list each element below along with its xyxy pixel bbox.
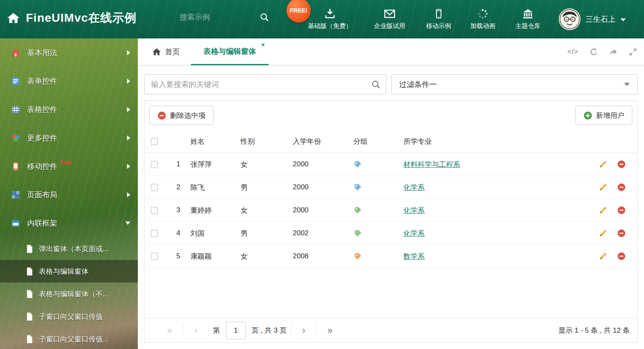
delete-icon[interactable] (617, 229, 626, 237)
row-index: 3 (166, 206, 190, 214)
search-icon[interactable] (260, 13, 269, 22)
tag-icon (353, 229, 403, 238)
edit-icon[interactable] (599, 206, 607, 214)
nav-basic-free[interactable]: 基础版（免费） (305, 0, 355, 38)
mobile-controls-icon (11, 162, 20, 171)
row-checkbox[interactable] (151, 230, 158, 237)
cell-group (353, 160, 403, 169)
cell-gender: 男 (241, 229, 293, 238)
minus-circle-icon (157, 111, 166, 120)
sidebar-subitem-child-to-parent-alt[interactable]: 子窗口向父窗口传值... (0, 328, 138, 349)
next-page-button[interactable]: › (292, 326, 316, 335)
user-menu[interactable]: 三生石上 (559, 8, 626, 30)
sidebar-subitem-grid-edit-window[interactable]: 表格与编辑窗体 (0, 260, 138, 283)
sidebar-subitem-label: 表格与编辑窗体 (39, 267, 89, 276)
select-all-checkbox[interactable] (151, 138, 158, 145)
major-link[interactable]: 数学系 (403, 252, 425, 260)
tag-icon (353, 183, 403, 192)
cell-gender: 女 (241, 160, 293, 169)
refresh-icon[interactable] (589, 48, 598, 56)
edit-icon[interactable] (599, 229, 607, 237)
row-checkbox[interactable] (151, 207, 158, 214)
plus-circle-icon (583, 111, 592, 120)
close-tab-icon[interactable]: × (261, 41, 265, 48)
column-header-year: 入学年份 (293, 137, 353, 146)
row-index: 5 (166, 252, 190, 260)
nav-label: 移动示例 (426, 22, 451, 30)
delete-icon[interactable] (617, 183, 626, 191)
file-icon (26, 290, 33, 298)
row-index: 2 (166, 183, 190, 191)
tab-label: 首页 (165, 47, 180, 57)
sidebar-item-grid-controls[interactable]: 表格控件 (0, 95, 138, 124)
prev-page-button[interactable]: ‹ (183, 326, 208, 335)
cell-gender: 女 (241, 252, 293, 261)
major-link[interactable]: 化学系 (403, 229, 425, 237)
nav-mobile-demo[interactable]: 移动示例 (413, 0, 464, 38)
username: 三生石上 (586, 14, 616, 24)
cell-gender: 女 (241, 206, 293, 215)
tab-grid-edit-window[interactable]: 表格与编辑窗体 × (191, 38, 269, 65)
table-row: 5 康颖颖 女 2008 数学系 (145, 245, 637, 268)
filter-dropdown[interactable]: 过滤条件一 (391, 74, 638, 94)
nav-label: 企业版试用 (374, 22, 406, 30)
nav-label: 加载动画 (470, 22, 495, 30)
delete-selected-button[interactable]: 删除选中项 (150, 106, 213, 125)
add-user-button[interactable]: 新增用户 (576, 106, 632, 125)
form-icon (11, 76, 20, 86)
logo[interactable]: FineUIMvc在线示例 (7, 10, 137, 26)
page-prefix-label: 第 (209, 326, 224, 335)
sidebar-item-mobile-controls[interactable]: 移动控件 Corp. (0, 152, 138, 181)
tab-home[interactable]: 首页 (145, 38, 187, 65)
sidebar-item-more-controls[interactable]: 更多控件 (0, 124, 138, 152)
sidebar-item-form-controls[interactable]: 表单控件 (0, 67, 138, 95)
tab-bar: 首页 表格与编辑窗体 × </> (138, 38, 644, 66)
widgets-icon (11, 133, 20, 143)
tab-tools: </> (568, 38, 637, 65)
row-checkbox[interactable] (151, 253, 158, 260)
first-page-button[interactable]: « (156, 326, 183, 335)
sidebar-subitem-popup-window[interactable]: 弹出窗体（本页面或... (0, 237, 138, 260)
table-row: 2 陈飞 男 2000 化学系 (145, 176, 637, 199)
source-code-icon[interactable]: </> (568, 48, 578, 56)
sidebar-item-page-layout[interactable]: 页面布局 (0, 181, 138, 209)
chevron-right-icon (127, 164, 130, 169)
search-icon[interactable] (371, 80, 380, 89)
delete-icon[interactable] (617, 206, 626, 214)
sidebar-subitem-label: 弹出窗体（本页面或... (39, 244, 109, 254)
row-checkbox[interactable] (151, 184, 158, 191)
sidebar-item-basic-usage[interactable]: 基本用法 (0, 38, 138, 67)
column-header-gender: 性别 (241, 137, 293, 146)
mail-icon (384, 8, 396, 19)
delete-icon[interactable] (617, 252, 626, 260)
sidebar-subitem-grid-edit-window-alt[interactable]: 表格与编辑窗体（不... (0, 283, 138, 305)
home-icon (11, 48, 20, 57)
nav-loading-animation[interactable]: 加载动画 (458, 0, 508, 38)
edit-icon[interactable] (599, 160, 607, 168)
page-number-input[interactable] (226, 322, 246, 339)
major-link[interactable]: 材料科学与工程系 (403, 160, 460, 168)
sidebar-item-iframe[interactable]: 内联框架 (0, 209, 138, 237)
nav-enterprise-trial[interactable]: 企业版试用 (365, 0, 415, 38)
expand-icon[interactable] (629, 48, 637, 56)
major-link[interactable]: 化学系 (403, 206, 425, 214)
last-page-button[interactable]: » (317, 326, 343, 335)
download-icon (324, 8, 336, 19)
major-link[interactable]: 化学系 (403, 183, 425, 191)
nav-theme-store[interactable]: 主题仓库 (503, 0, 553, 38)
cell-group (353, 229, 403, 238)
cell-name: 董婷婷 (190, 206, 241, 215)
sidebar-subitem-label: 子窗口向父窗口传值... (39, 334, 109, 344)
share-icon[interactable] (609, 48, 618, 56)
header-search-input[interactable] (180, 13, 238, 22)
keyword-search-input[interactable] (144, 74, 386, 94)
app-header: FineUIMvc在线示例 FREE! 基础版（免费） 企业版试用 (0, 0, 644, 38)
delete-icon[interactable] (617, 160, 626, 168)
row-checkbox[interactable] (151, 161, 158, 168)
button-label: 新增用户 (596, 111, 624, 120)
edit-icon[interactable] (599, 183, 607, 191)
grid-panel: 删除选中项 新增用户 姓名 性别 入学年份 分组 所学专业 1 (144, 100, 638, 343)
frame-icon (11, 219, 20, 228)
sidebar-subitem-child-to-parent[interactable]: 子窗口向父窗口传值 (0, 305, 138, 328)
edit-icon[interactable] (599, 252, 607, 260)
